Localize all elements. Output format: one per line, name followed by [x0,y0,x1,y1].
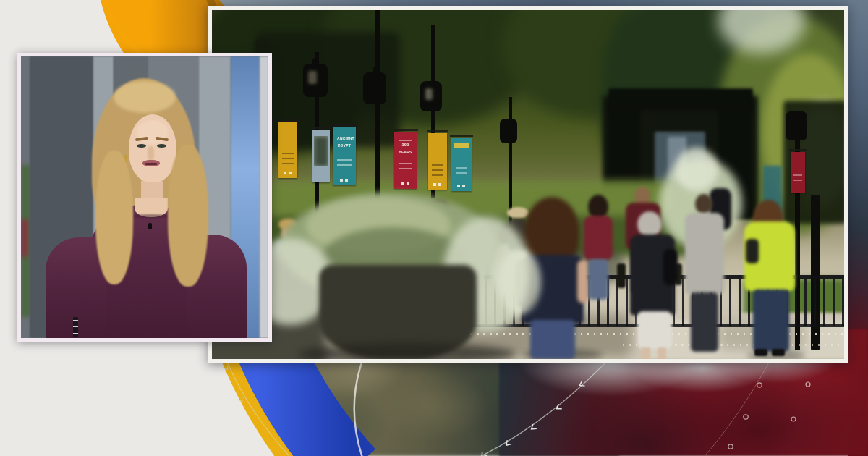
live-video-frame: ANCIENTEGYPT100YEARS [208,6,848,363]
anchor-eye-right [157,144,166,148]
gypsophila-right-bright [498,249,541,314]
foreground-planter-layer [212,10,844,359]
studio-scene [21,56,268,338]
studio-layer [21,56,268,338]
anchor-lip-gap [145,163,157,165]
anchor-hair-front-right [168,145,208,287]
anchor-hair-front-left [95,151,133,284]
campus-walkway-scene: ANCIENTEGYPT100YEARS [212,10,844,359]
anchor-inset-frame [17,53,272,342]
anchor-eye-left [137,144,146,148]
studio-pillar-white [260,56,268,338]
anchor-hair-shine [114,81,176,113]
planter-pot-shadow [299,343,516,359]
studio-plants-red [21,219,28,257]
anchor-neckline-shadow [133,214,169,218]
anchor-forehead-highlight [137,120,169,145]
anchor-sleeve-buttons [73,317,78,337]
ring-chevron [223,364,230,371]
ring-chevron [237,396,244,403]
anchor-nose [148,146,154,161]
broadcast-frame: ANCIENTEGYPT100YEARS [0,0,868,456]
anchor-lavalier-mic [148,223,152,229]
